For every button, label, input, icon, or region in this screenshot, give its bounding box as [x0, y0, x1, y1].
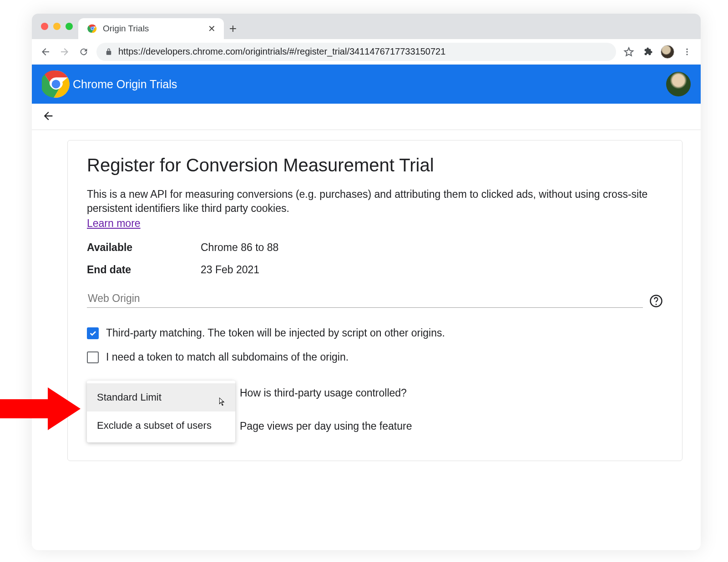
chrome-logo-icon	[42, 70, 70, 98]
available-label: Available	[87, 241, 201, 254]
subdomains-checkbox[interactable]	[87, 351, 99, 363]
chrome-favicon-icon	[87, 24, 97, 34]
extensions-icon[interactable]	[642, 45, 654, 58]
menu-option-standard-limit[interactable]: Standard Limit	[87, 383, 235, 411]
nav-forward-button[interactable]	[58, 45, 71, 58]
end-date-label: End date	[87, 264, 201, 276]
window-minimize-button[interactable]	[53, 23, 61, 30]
subdomains-checkbox-label: I need a token to match all subdomains o…	[106, 351, 349, 363]
tab-strip: Origin Trials ✕ +	[32, 14, 701, 39]
web-origin-input[interactable]	[87, 290, 643, 308]
end-date-value: 23 Feb 2021	[201, 264, 259, 276]
window-controls	[39, 14, 78, 39]
app-header: Chrome Origin Trials	[32, 65, 701, 104]
svg-point-5	[686, 51, 688, 52]
page-views-label: Page views per day using the feature	[240, 420, 412, 432]
app-title: Chrome Origin Trials	[73, 78, 177, 91]
url-text: https://developers.chrome.com/origintria…	[118, 46, 445, 57]
help-icon[interactable]	[649, 294, 663, 308]
svg-point-3	[91, 28, 94, 30]
third-party-checkbox-label: Third-party matching. The token will be …	[106, 327, 445, 339]
profile-avatar-small[interactable]	[661, 45, 674, 59]
window-maximize-button[interactable]	[66, 23, 73, 30]
page-back-button[interactable]	[42, 110, 55, 124]
lock-icon	[105, 48, 113, 56]
third-party-checkbox[interactable]	[87, 327, 99, 339]
user-avatar[interactable]	[666, 72, 691, 96]
available-value: Chrome 86 to 88	[201, 241, 278, 254]
new-tab-button[interactable]: +	[224, 18, 242, 39]
bookmark-star-icon[interactable]	[622, 45, 635, 58]
browser-window: Origin Trials ✕ + https://developers.chr…	[32, 14, 701, 550]
page-description: This is a new API for measuring conversi…	[87, 187, 663, 216]
page-heading: Register for Conversion Measurement Tria…	[87, 155, 663, 176]
third-party-checkbox-row: Third-party matching. The token will be …	[87, 327, 663, 339]
svg-point-6	[686, 54, 688, 55]
usage-limit-dropdown[interactable]: Standard Limit Exclude a subset of users	[87, 381, 235, 442]
annotation-arrow-icon	[0, 387, 82, 430]
registration-card: Register for Conversion Measurement Tria…	[67, 140, 682, 461]
learn-more-link[interactable]: Learn more	[87, 217, 141, 229]
mouse-cursor-icon	[219, 397, 227, 407]
svg-point-4	[686, 48, 688, 50]
tab-title: Origin Trials	[103, 24, 149, 34]
svg-point-9	[52, 80, 61, 89]
reload-button[interactable]	[77, 45, 90, 58]
browser-menu-icon[interactable]	[681, 45, 693, 58]
nav-back-button[interactable]	[39, 45, 52, 58]
page-back-bar	[32, 104, 701, 130]
tab-close-icon[interactable]: ✕	[208, 23, 216, 34]
browser-toolbar: https://developers.chrome.com/origintria…	[32, 39, 701, 65]
menu-option-exclude-subset[interactable]: Exclude a subset of users	[87, 411, 235, 440]
browser-tab[interactable]: Origin Trials ✕	[78, 18, 224, 39]
usage-control-question: How is third-party usage controlled?	[240, 387, 412, 399]
window-close-button[interactable]	[41, 23, 48, 30]
address-bar[interactable]: https://developers.chrome.com/origintria…	[96, 43, 616, 61]
subdomains-checkbox-row: I need a token to match all subdomains o…	[87, 351, 663, 363]
